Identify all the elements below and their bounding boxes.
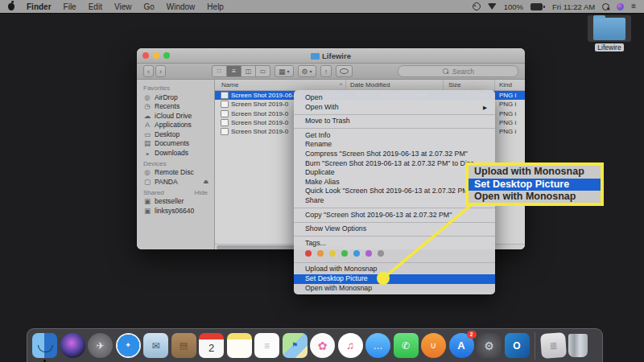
- menu-item-get-info[interactable]: Get Info: [294, 131, 495, 141]
- dock-icon-reminders[interactable]: ≡: [254, 333, 279, 358]
- menu-item-open-with-monosnap[interactable]: Open with Monosnap: [294, 284, 495, 294]
- dock-icon-launchpad[interactable]: ✈: [88, 333, 113, 358]
- tag-dot[interactable]: [305, 250, 312, 257]
- sidebar-item-linksys06640[interactable]: ▣linksys06640: [137, 206, 214, 216]
- menubar-item-window[interactable]: Window: [167, 2, 196, 11]
- menubar-item-edit[interactable]: Edit: [89, 2, 102, 11]
- dock-icon-trash[interactable]: [568, 334, 588, 357]
- recents-icon: ◷: [143, 102, 151, 110]
- sidebar-item-documents[interactable]: ▤Documents: [137, 139, 214, 149]
- dock-icon-maps[interactable]: ⚑: [283, 333, 308, 358]
- dock-icon-facetime[interactable]: ✆: [394, 333, 419, 358]
- window-titlebar[interactable]: Lifewire: [137, 48, 525, 64]
- downloads-icon: ◒: [143, 149, 151, 157]
- segment-icon-view[interactable]: ∷: [212, 65, 227, 77]
- column-header-size[interactable]: Size: [443, 80, 494, 90]
- menu-item-compress-screen-shot-2019-06-13-at-2-07-32-pm[interactable]: Compress "Screen Shot 2019-06-13 at 2.07…: [294, 150, 495, 159]
- dock-icon-appstore[interactable]: A2: [449, 333, 474, 358]
- sidebar-item-recents[interactable]: ◷Recents: [137, 102, 214, 112]
- sidebar-hide-button[interactable]: Hide: [195, 189, 208, 196]
- spotlight-search-icon[interactable]: [602, 3, 609, 10]
- traffic-lights: [142, 52, 170, 59]
- forward-button[interactable]: ›: [155, 65, 166, 77]
- menu-separator: [294, 262, 495, 263]
- dock-icon-downloads[interactable]: ≣: [539, 332, 566, 359]
- dock-icon-photos[interactable]: ✿: [310, 333, 335, 358]
- dock-icon-mail[interactable]: ✉: [143, 333, 168, 358]
- battery-icon[interactable]: [530, 3, 545, 10]
- menubar-item-help[interactable]: Help: [207, 2, 224, 11]
- group-button[interactable]: ▦▾: [275, 65, 294, 77]
- menubar-item-finder[interactable]: Finder: [27, 2, 52, 11]
- notification-list-icon[interactable]: ≡: [631, 2, 636, 10]
- menubar-clock[interactable]: Fri 11:22 AM: [552, 2, 595, 11]
- window-toolbar: ‹ › ∷≡◫▭ ▦▾ ⚙▾ ↑ Search: [137, 64, 525, 80]
- dock-icon-safari[interactable]: ✦: [116, 333, 141, 358]
- downloads-glyph: ≣: [549, 340, 558, 351]
- share-button[interactable]: ↑: [320, 65, 332, 77]
- sidebar-item-desktop[interactable]: ▭Desktop: [137, 130, 214, 139]
- battery-percent[interactable]: 100%: [504, 2, 523, 11]
- tag-dot[interactable]: [378, 250, 384, 257]
- file-thumbnail-icon: [221, 92, 229, 99]
- contacts-glyph: ▤: [180, 341, 188, 350]
- dock-icon-books[interactable]: ∪: [421, 333, 446, 358]
- tag-dot[interactable]: [329, 250, 336, 257]
- menu-item-tags[interactable]: Tags...: [294, 239, 495, 249]
- siri-icon[interactable]: [617, 3, 624, 10]
- menubar-item-go[interactable]: Go: [143, 2, 154, 11]
- sidebar-item-remote-disc[interactable]: ◎Remote Disc: [137, 168, 214, 178]
- remote-disc-icon: ◎: [143, 168, 151, 176]
- menu-item-copy-screen-shot-2019-06-13-at-2-07-32-pm[interactable]: Copy "Screen Shot 2019-06-13 at 2.07.32 …: [294, 211, 495, 220]
- eject-icon[interactable]: ⏏: [203, 179, 208, 185]
- segment-list-view[interactable]: ≡: [227, 65, 242, 77]
- sidebar-item-label: linksys06640: [155, 207, 194, 215]
- dock-icon-outlook[interactable]: O: [505, 333, 530, 358]
- segment-coverflow-view[interactable]: ▭: [256, 65, 270, 77]
- file-name: Screen Shot 2019-0: [231, 119, 288, 126]
- wifi-icon[interactable]: [488, 3, 497, 10]
- dock-icon-finder[interactable]: [32, 333, 57, 358]
- tag-dot[interactable]: [317, 250, 324, 257]
- menu-item-rename[interactable]: Rename: [294, 140, 495, 150]
- screenshot-ring-icon[interactable]: [473, 2, 481, 10]
- menu-item-upload-with-monosnap[interactable]: Upload with Monosnap: [294, 265, 495, 274]
- minimize-button[interactable]: [153, 52, 159, 59]
- menu-item-open-with[interactable]: Open With▶: [294, 103, 495, 113]
- column-header-date-modified[interactable]: Date Modified: [345, 80, 443, 90]
- desktop-folder-lifewire[interactable]: Lifewire: [587, 15, 632, 51]
- sidebar-item-downloads[interactable]: ◒Downloads: [137, 148, 214, 158]
- dock-icon-siri[interactable]: [60, 333, 85, 358]
- tag-dot[interactable]: [365, 250, 372, 257]
- dock-icon-notes[interactable]: [227, 333, 252, 358]
- menubar-item-file[interactable]: File: [64, 2, 76, 11]
- dock-icon-sysprefs[interactable]: ⚙: [477, 333, 502, 358]
- apple-menu-icon[interactable]: [8, 3, 14, 10]
- dock-icon-itunes[interactable]: ♫: [338, 333, 363, 358]
- tags-button[interactable]: [336, 65, 353, 77]
- column-header-kind[interactable]: Kind: [494, 80, 525, 90]
- sidebar-item-applications[interactable]: AApplications: [137, 121, 214, 130]
- sidebar-item-airdrop[interactable]: ◎AirDrop: [137, 93, 214, 102]
- tag-dot[interactable]: [341, 250, 348, 257]
- outlook-glyph: O: [513, 341, 520, 351]
- menu-item-open[interactable]: Open: [294, 93, 495, 103]
- search-input[interactable]: Search: [398, 65, 518, 77]
- column-header-name[interactable]: Name^: [215, 80, 345, 90]
- tag-dot[interactable]: [353, 250, 360, 257]
- dock-icon-messages[interactable]: …: [365, 333, 390, 358]
- menu-item-set-desktop-picture[interactable]: Set Desktop Picture: [294, 274, 495, 284]
- dock-icon-contacts[interactable]: ▤: [171, 333, 196, 358]
- dock-icon-calendar[interactable]: 2: [199, 333, 224, 358]
- action-gear-button[interactable]: ⚙▾: [298, 65, 316, 77]
- zoom-button[interactable]: [163, 52, 170, 59]
- menu-item-move-to-trash[interactable]: Move to Trash: [294, 117, 495, 126]
- sidebar-item-icloud-drive[interactable]: ☁iCloud Drive: [137, 111, 214, 121]
- menu-item-show-view-options[interactable]: Show View Options: [294, 224, 495, 234]
- segment-column-view[interactable]: ◫: [242, 65, 256, 77]
- sidebar-item-panda[interactable]: ▢PANDA⏏: [137, 177, 214, 187]
- sidebar-item-bestseller[interactable]: ▣bestseller: [137, 197, 214, 207]
- menubar-item-view[interactable]: View: [114, 2, 132, 11]
- back-button[interactable]: ‹: [143, 65, 154, 77]
- close-button[interactable]: [142, 52, 149, 59]
